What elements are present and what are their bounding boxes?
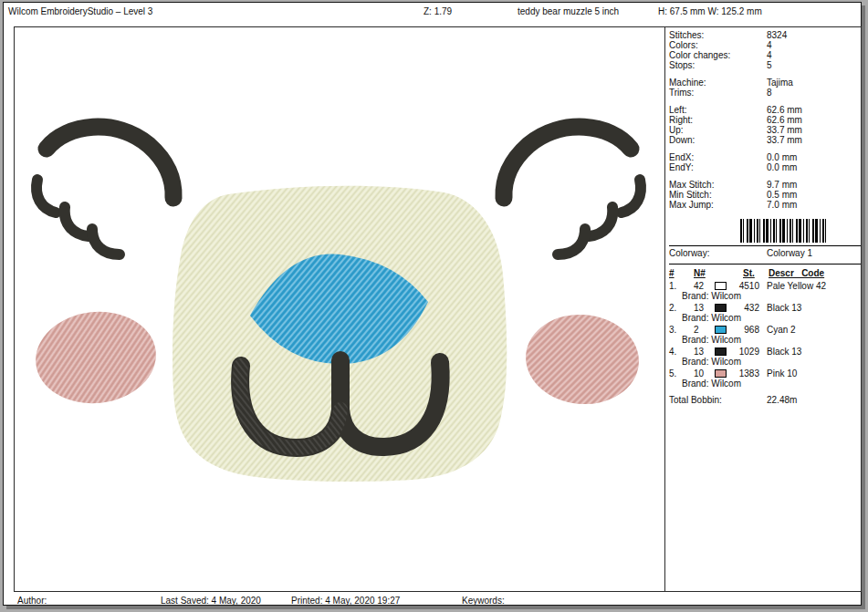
- stat-label: Up:: [669, 125, 767, 135]
- stat-label: EndX:: [669, 152, 767, 162]
- stat-label: Stitches:: [669, 30, 767, 40]
- total-bobbin-row: Total Bobbin: 22.48m: [669, 395, 861, 406]
- thread-num: 3.: [669, 325, 694, 335]
- thread-descr: Pink 10: [767, 368, 797, 379]
- stat-value: 62.6 mm: [767, 115, 861, 125]
- thread-row: 3. 2 968 Cyan 2 Brand: Wilcom: [669, 325, 861, 345]
- thread-num: 4.: [669, 347, 694, 357]
- right-eye-lash-1: [622, 180, 641, 213]
- stat-row: Right:62.6 mm: [669, 115, 861, 125]
- thread-descr: Pale Yellow 42: [767, 281, 826, 291]
- print-preview-page: Wilcom EmbroideryStudio – Level 3 Z: 1.7…: [3, 2, 862, 606]
- thread-swatch: [715, 304, 727, 312]
- stat-row: Machine:Tajima: [669, 78, 861, 88]
- right-eye-lash-3: [558, 229, 585, 254]
- stat-value: 4: [767, 50, 861, 60]
- stat-label: Left:: [669, 105, 767, 115]
- thread-stitches: 1383: [730, 368, 759, 379]
- thread-descr: Cyan 2: [767, 325, 796, 335]
- stat-row: Max Stitch:9.7 mm: [669, 180, 861, 190]
- thread-swatch: [715, 369, 727, 378]
- thread-row: 2. 13 432 Black 13 Brand: Wilcom: [669, 303, 861, 323]
- stat-row: Down:33.7 mm: [669, 135, 861, 145]
- stat-value: Tajima: [767, 78, 861, 88]
- stat-label: Min Stitch:: [669, 190, 767, 200]
- zoom-level: Z: 1.79: [424, 6, 452, 16]
- thread-n: 42: [694, 281, 715, 291]
- stat-label: EndY:: [669, 162, 767, 172]
- stat-label: Right:: [669, 115, 767, 125]
- left-eye-lash-1: [37, 180, 56, 213]
- left-cheek-texture: [31, 306, 161, 409]
- col-header-st: St.: [743, 267, 767, 279]
- total-bobbin-label: Total Bobbin:: [669, 395, 767, 406]
- right-eye-arc: [504, 127, 631, 198]
- stat-row: Max Jump:7.0 mm: [669, 200, 861, 210]
- thread-swatch: [715, 347, 727, 356]
- stat-value: 7.0 mm: [767, 200, 861, 210]
- col-header-num: #: [669, 267, 694, 279]
- footer-keywords-label: Keywords:: [462, 596, 505, 606]
- right-eye: [504, 127, 641, 254]
- stat-value: 9.7 mm: [767, 180, 861, 190]
- thread-stitches: 4510: [730, 281, 759, 291]
- total-bobbin-value: 22.48m: [767, 395, 797, 406]
- thread-row: 1. 42 4510 Pale Yellow 42 Brand: Wilcom: [669, 281, 861, 301]
- thread-n: 13: [694, 303, 715, 313]
- stat-value: 8: [767, 88, 861, 98]
- footer-last-saved: Last Saved: 4 May, 2020: [161, 596, 261, 606]
- stat-label: Color changes:: [669, 50, 767, 60]
- colorway-value: Colorway 1: [767, 246, 812, 261]
- stat-row: EndY:0.0 mm: [669, 162, 861, 172]
- design-dimensions: H: 67.5 mm W: 125.2 mm: [658, 6, 762, 16]
- thread-stitches: 1029: [730, 347, 759, 357]
- thread-row: 4. 13 1029 Black 13 Brand: Wilcom: [669, 347, 861, 367]
- stat-value: 8324: [767, 30, 861, 40]
- thread-n: 13: [694, 347, 715, 357]
- stat-value: 62.6 mm: [767, 105, 861, 115]
- stat-row: Stops:5: [669, 60, 861, 70]
- design-preview-area: [14, 26, 664, 592]
- stat-value: 33.7 mm: [767, 125, 861, 135]
- thread-brand: Brand: Wilcom: [682, 379, 861, 389]
- left-eye-lash-2: [65, 207, 89, 236]
- colorway-row: Colorway: Colorway 1: [669, 246, 861, 261]
- stat-value: 0.0 mm: [767, 162, 861, 172]
- stat-row: EndX:0.0 mm: [669, 152, 861, 162]
- right-cheek: [522, 310, 643, 409]
- col-header-descr: Descr _Code: [769, 267, 824, 279]
- stat-value: 5: [767, 60, 861, 70]
- thread-brand: Brand: Wilcom: [682, 335, 861, 345]
- stat-label: Down:: [669, 135, 767, 145]
- left-eye-arc: [47, 127, 173, 198]
- stat-label: Max Jump:: [669, 200, 767, 210]
- col-header-n: N#: [694, 267, 743, 279]
- stat-row: Stitches:8324: [669, 30, 861, 40]
- embroidery-design-canvas: [14, 26, 664, 592]
- stat-row: Up:33.7 mm: [669, 125, 861, 135]
- left-eye-lash-3: [92, 229, 120, 254]
- design-barcode: [740, 219, 829, 243]
- right-eye-lash-2: [589, 207, 612, 236]
- thread-swatch: [715, 326, 727, 334]
- stat-label: Machine:: [669, 78, 767, 88]
- stat-label: Colors:: [669, 40, 767, 50]
- left-cheek: [31, 306, 161, 409]
- thread-stitches: 432: [730, 303, 759, 313]
- stat-value: 0.0 mm: [767, 152, 861, 162]
- left-eye: [37, 127, 173, 254]
- app-title: Wilcom EmbroideryStudio – Level 3: [8, 6, 152, 16]
- thread-brand: Brand: Wilcom: [682, 291, 861, 301]
- design-name: teddy bear muzzle 5 inch: [518, 6, 619, 16]
- thread-brand: Brand: Wilcom: [682, 313, 861, 323]
- panel-divider: [664, 26, 665, 592]
- thread-num: 1.: [669, 281, 694, 291]
- stat-value: 0.5 mm: [767, 190, 861, 200]
- stat-row: Colors:4: [669, 40, 861, 50]
- stat-row: Color changes:4: [669, 50, 861, 60]
- stat-value: 4: [767, 40, 861, 50]
- footer-printed: Printed: 4 May, 2020 19:27: [291, 596, 400, 606]
- thread-descr: Black 13: [767, 347, 801, 357]
- thread-num: 2.: [669, 303, 694, 313]
- thread-num: 5.: [669, 368, 694, 379]
